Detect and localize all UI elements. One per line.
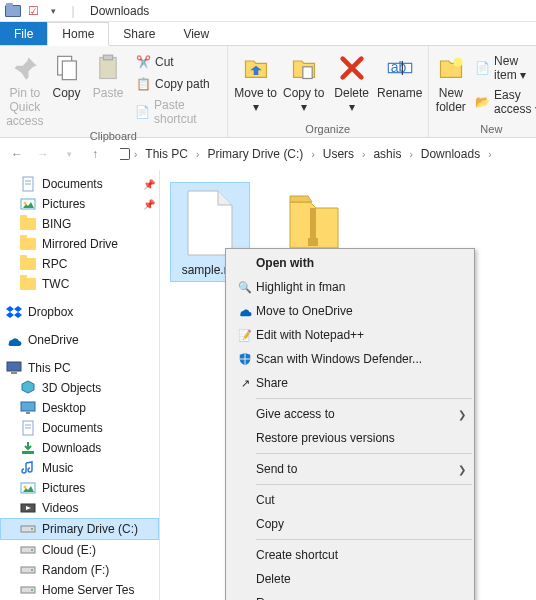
context-menu-item[interactable]: Restore previous versions: [226, 426, 474, 450]
svg-point-28: [31, 549, 33, 551]
paste-shortcut-button[interactable]: 📄Paste shortcut: [131, 96, 221, 128]
sidebar-item[interactable]: This PC: [0, 358, 159, 378]
ribbon-tabs: File Home Share View: [0, 22, 536, 46]
context-menu-item[interactable]: Send to❯: [226, 457, 474, 481]
sidebar-item[interactable]: Desktop: [0, 398, 159, 418]
svg-rect-17: [26, 412, 30, 414]
context-menu-item[interactable]: ↗Share: [226, 371, 474, 395]
easy-access-icon: 📂: [475, 94, 490, 110]
paste-icon: [92, 52, 124, 84]
sidebar-item[interactable]: 3D Objects: [0, 378, 159, 398]
context-menu-item[interactable]: Delete: [226, 567, 474, 591]
easy-access-button[interactable]: 📂Easy access ▾: [471, 86, 536, 118]
paste-button[interactable]: Paste: [89, 48, 127, 100]
sidebar-item[interactable]: Pictures: [0, 478, 159, 498]
rename-button[interactable]: ab Rename: [378, 48, 422, 100]
svg-point-26: [31, 528, 33, 530]
drive-icon: [20, 521, 36, 537]
sidebar-item[interactable]: OneDrive: [0, 330, 159, 350]
svg-point-30: [31, 569, 33, 571]
context-menu-item[interactable]: Give access to❯: [226, 402, 474, 426]
sidebar-item[interactable]: Downloads: [0, 438, 159, 458]
qat-properties-icon[interactable]: ☑: [24, 2, 42, 20]
sidebar-item-label: OneDrive: [28, 333, 79, 347]
context-menu-item[interactable]: Copy: [226, 512, 474, 536]
pin-icon: 📌: [143, 199, 155, 210]
svg-rect-3: [104, 55, 113, 60]
sidebar-item[interactable]: TWC: [0, 274, 159, 294]
titlebar: ☑ ▾ | Downloads: [0, 0, 536, 22]
context-menu-label: Restore previous versions: [256, 431, 466, 445]
blank-icon: [234, 547, 256, 563]
sidebar-item[interactable]: Music: [0, 458, 159, 478]
breadcrumb-item[interactable]: This PC: [139, 144, 194, 164]
breadcrumb-item[interactable]: ashis: [367, 144, 407, 164]
svg-rect-21: [22, 451, 34, 454]
context-menu-item[interactable]: 🔍Highlight in fman: [226, 275, 474, 299]
delete-button[interactable]: Delete ▾: [330, 48, 374, 114]
new-item-button[interactable]: 📄New item ▾: [471, 52, 536, 84]
copy-to-button[interactable]: Copy to ▾: [282, 48, 326, 114]
context-menu-item[interactable]: Cut: [226, 488, 474, 512]
breadcrumb-item[interactable]: Downloads: [415, 144, 486, 164]
pin-to-quick-access-button[interactable]: Pin to Quick access: [6, 48, 44, 128]
context-menu-item[interactable]: Move to OneDrive: [226, 299, 474, 323]
share-icon: ↗: [234, 375, 256, 391]
context-menu-label: Highlight in fman: [256, 280, 466, 294]
sidebar-item[interactable]: Videos: [0, 498, 159, 518]
new-item-icon: 📄: [475, 60, 490, 76]
nav-pane[interactable]: Documents📌Pictures📌BINGMirrored DriveRPC…: [0, 170, 160, 600]
context-menu-label: Delete: [256, 572, 466, 586]
new-folder-button[interactable]: New folder: [435, 48, 467, 114]
sidebar-item[interactable]: Mirrored Drive: [0, 234, 159, 254]
sidebar-item[interactable]: Cloud (E:): [0, 540, 159, 560]
back-button[interactable]: ←: [6, 143, 28, 165]
sidebar-item-label: 3D Objects: [42, 381, 101, 395]
sidebar-item[interactable]: Primary Drive (C:): [0, 518, 159, 540]
chevron-right-icon: ❯: [458, 409, 466, 420]
sidebar-item[interactable]: Documents📌: [0, 174, 159, 194]
context-menu-label: Edit with Notepad++: [256, 328, 466, 342]
ribbon: Pin to Quick access Copy Paste ✂️Cut 📋Co…: [0, 46, 536, 138]
sidebar-item[interactable]: Documents: [0, 418, 159, 438]
home-tab[interactable]: Home: [47, 22, 109, 46]
view-tab[interactable]: View: [169, 22, 223, 45]
blank-icon: [234, 595, 256, 600]
forward-button[interactable]: →: [32, 143, 54, 165]
copy-button[interactable]: Copy: [48, 48, 86, 100]
file-tab[interactable]: File: [0, 22, 47, 45]
up-button[interactable]: ↑: [84, 143, 106, 165]
breadcrumb-item[interactable]: Users: [317, 144, 360, 164]
svg-point-23: [24, 486, 27, 489]
svg-rect-15: [11, 372, 17, 374]
recent-dropdown[interactable]: ▾: [58, 143, 80, 165]
blank-icon: [234, 571, 256, 587]
sidebar-item[interactable]: Random (F:): [0, 560, 159, 580]
sidebar-item[interactable]: BING: [0, 214, 159, 234]
context-menu-item[interactable]: 📝Edit with Notepad++: [226, 323, 474, 347]
context-menu-item[interactable]: Scan with Windows Defender...: [226, 347, 474, 371]
sidebar-item-label: Documents: [42, 421, 103, 435]
drive-icon: [20, 582, 36, 598]
cut-button[interactable]: ✂️Cut: [131, 52, 221, 72]
svg-point-8: [453, 58, 462, 67]
context-menu-label: Give access to: [256, 407, 458, 421]
breadcrumb[interactable]: ›This PC›Primary Drive (C:)›Users›ashis›…: [134, 144, 491, 164]
sidebar-item[interactable]: Home Server Tes: [0, 580, 159, 600]
sidebar-item[interactable]: Dropbox: [0, 302, 159, 322]
chevron-right-icon: ❯: [458, 464, 466, 475]
move-to-button[interactable]: Move to ▾: [234, 48, 278, 114]
delete-icon: [336, 52, 368, 84]
move-to-icon: [240, 52, 272, 84]
share-tab[interactable]: Share: [109, 22, 169, 45]
breadcrumb-item[interactable]: Primary Drive (C:): [201, 144, 309, 164]
context-menu-item[interactable]: Create shortcut: [226, 543, 474, 567]
context-menu-item[interactable]: Open with: [226, 251, 474, 275]
copy-path-button[interactable]: 📋Copy path: [131, 74, 221, 94]
folder-icon: [20, 256, 36, 272]
context-menu-item[interactable]: Rename: [226, 591, 474, 600]
sidebar-item-label: Videos: [42, 501, 78, 515]
sidebar-item[interactable]: Pictures📌: [0, 194, 159, 214]
sidebar-item[interactable]: RPC: [0, 254, 159, 274]
qat-dropdown-icon[interactable]: ▾: [44, 2, 62, 20]
